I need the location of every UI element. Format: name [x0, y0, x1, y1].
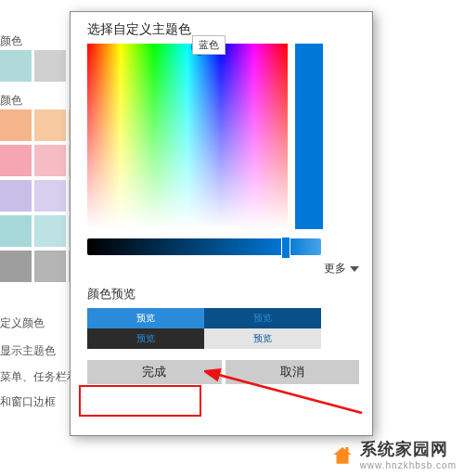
swatch[interactable]: [0, 109, 32, 141]
swatch[interactable]: [0, 145, 32, 176]
bg-label-accent: 颜色: [0, 93, 22, 109]
swatch[interactable]: [34, 180, 66, 212]
swatch[interactable]: [34, 50, 66, 82]
cancel-button[interactable]: 取消: [226, 360, 360, 384]
more-label: 更多: [324, 261, 346, 277]
preview-cell-accent-on-light: 预览: [204, 328, 321, 349]
watermark-logo-icon: [330, 443, 354, 467]
preview-cell-light-on-accent: 预览: [87, 308, 204, 328]
preview-cell-accent-on-dark: 预览: [87, 328, 204, 349]
picker-row: [87, 44, 359, 229]
saturation-value-field[interactable]: [87, 44, 288, 229]
watermark: 系统家园网 www.hnzkhbsb.com: [330, 438, 457, 470]
annotation-highlight: [79, 385, 201, 417]
swatch[interactable]: [0, 180, 32, 212]
swatch[interactable]: [0, 50, 32, 82]
bg-swatch-row-1: [0, 50, 66, 82]
swatch[interactable]: [34, 215, 66, 247]
done-button[interactable]: 完成: [87, 360, 222, 384]
swatch[interactable]: [34, 145, 66, 176]
watermark-brand: 系统家园网: [360, 438, 457, 460]
svg-rect-1: [345, 446, 348, 451]
value-slider[interactable]: [87, 238, 321, 255]
value-slider-thumb[interactable]: [281, 237, 290, 259]
color-tooltip: 蓝色: [192, 35, 226, 55]
color-picker-dialog: 选择自定义主题色 更多 颜色预览 预览 预览 预览 预览 完成 取消: [70, 11, 373, 436]
swatch[interactable]: [34, 251, 66, 282]
bg-label-titlebar: 和窗口边框: [0, 394, 56, 410]
color-preview-grid: 预览 预览 预览 预览: [87, 308, 321, 349]
more-toggle[interactable]: 更多: [87, 261, 359, 277]
bg-label-maincolor: 颜色: [0, 33, 22, 49]
bg-label-custom: 定义颜色: [0, 315, 45, 331]
selected-color-preview-strip: [295, 44, 323, 229]
swatch[interactable]: [0, 215, 32, 247]
preview-section-label: 颜色预览: [87, 286, 359, 302]
swatch[interactable]: [34, 109, 66, 141]
dialog-button-row: 完成 取消: [87, 360, 359, 384]
swatch[interactable]: [0, 251, 32, 282]
bg-label-taskbar: 菜单、任务栏和: [0, 369, 78, 385]
preview-cell-accent-on-darkaccent: 预览: [204, 308, 321, 328]
chevron-down-icon: [350, 266, 359, 272]
watermark-url: www.hnzkhbsb.com: [360, 460, 457, 470]
bg-label-showtheme: 显示主题色: [0, 343, 56, 359]
